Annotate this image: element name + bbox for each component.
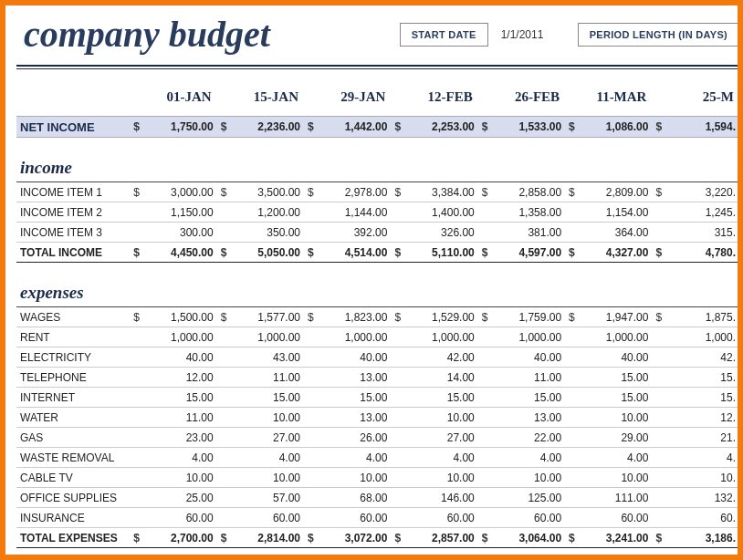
cell-value: 15. [664, 388, 738, 408]
cell-value: 4.00 [141, 448, 215, 468]
row-label: INTERNET [16, 388, 128, 408]
currency-symbol [563, 347, 577, 368]
col-header: 25-M [650, 86, 738, 117]
currency-symbol [389, 428, 403, 448]
cell-value: 1,500.00 [141, 307, 215, 327]
table-row: ELECTRICITY40.0043.0040.0042.0040.0040.0… [16, 347, 738, 368]
currency-symbol: $ [128, 117, 141, 138]
table-row: WATER11.0010.0013.0010.0013.0010.0012. [16, 408, 738, 428]
cell-value: 392.00 [316, 223, 390, 243]
cell-value: 350.00 [228, 223, 302, 243]
period-length-label[interactable]: PERIOD LENGTH (IN DAYS) [578, 23, 739, 47]
row-label: WASTE REMOVAL [16, 448, 128, 468]
currency-symbol [650, 347, 664, 368]
currency-symbol [650, 408, 664, 428]
cell-value: 1,577.00 [228, 307, 302, 327]
currency-symbol: $ [476, 243, 490, 263]
table-row: TELEPHONE12.0011.0013.0014.0011.0015.001… [16, 368, 738, 388]
cell-value: 2,253.00 [403, 117, 476, 138]
cell-value: 3,064.00 [489, 528, 563, 548]
cell-value: 10.00 [489, 468, 563, 488]
header-rule [16, 65, 738, 69]
cell-value: 1,750.00 [141, 117, 215, 138]
currency-symbol: $ [215, 182, 229, 202]
cell-value: 4,514.00 [316, 243, 390, 263]
cell-value: 22.00 [489, 428, 563, 448]
cell-value: 146.00 [403, 488, 476, 508]
cell-value: 40.00 [141, 347, 215, 368]
row-label: ELECTRICITY [16, 347, 128, 368]
cell-value: 3,384.00 [403, 182, 476, 202]
currency-symbol [389, 448, 403, 468]
cell-value: 1,400.00 [403, 202, 476, 223]
cell-value: 11.00 [228, 368, 302, 388]
currency-symbol [302, 428, 316, 448]
currency-symbol: $ [650, 117, 664, 138]
row-label: GAS [16, 428, 128, 448]
currency-symbol [563, 428, 577, 448]
currency-symbol: $ [650, 307, 664, 327]
currency-symbol [389, 368, 403, 388]
currency-symbol [128, 448, 141, 468]
currency-symbol [215, 347, 229, 368]
table-row: WAGES$1,500.00$1,577.00$1,823.00$1,529.0… [16, 307, 738, 327]
currency-symbol [563, 448, 577, 468]
cell-value: 1,823.00 [316, 307, 390, 327]
currency-symbol [215, 202, 229, 223]
cell-value: 42. [664, 347, 738, 368]
currency-symbol: $ [215, 307, 229, 327]
table-row: GAS23.0027.0026.0027.0022.0029.0021. [16, 428, 738, 448]
cell-value: 4. [664, 448, 738, 468]
col-header: 26-FEB [476, 86, 563, 117]
cell-value: 25.00 [141, 488, 215, 508]
currency-symbol: $ [389, 117, 403, 138]
table-row: INCOME ITEM 3300.00350.00392.00326.00381… [16, 223, 738, 243]
cell-value: 5,050.00 [228, 243, 302, 263]
currency-symbol [302, 347, 316, 368]
currency-symbol [650, 327, 664, 347]
cell-value: 4.00 [489, 448, 563, 468]
cell-value: 1,000.00 [403, 327, 476, 347]
currency-symbol [476, 327, 490, 347]
currency-symbol: $ [302, 182, 316, 202]
cell-value: 23.00 [141, 428, 215, 448]
cell-value: 13.00 [489, 408, 563, 428]
cell-value: 2,858.00 [489, 182, 563, 202]
cell-value: 40.00 [489, 347, 563, 368]
cell-value: 10.00 [316, 468, 390, 488]
cell-value: 15.00 [577, 368, 651, 388]
currency-symbol [128, 202, 141, 223]
currency-symbol [302, 388, 316, 408]
cell-value: 60.00 [489, 508, 563, 528]
currency-symbol [650, 428, 664, 448]
currency-symbol [215, 408, 229, 428]
cell-value: 40.00 [577, 347, 651, 368]
start-date-value[interactable]: 1/1/2011 [501, 28, 556, 41]
cell-value: 1,200.00 [228, 202, 302, 223]
table-row: OFFICE SUPPLIES25.0057.0068.00146.00125.… [16, 488, 738, 508]
cell-value: 1,144.00 [316, 202, 390, 223]
cell-value: 11.00 [141, 408, 215, 428]
table-row: INCOME ITEM 21,150.001,200.001,144.001,4… [16, 202, 738, 223]
cell-value: 1,947.00 [577, 307, 651, 327]
currency-symbol [215, 368, 229, 388]
currency-symbol [215, 388, 229, 408]
currency-symbol [128, 347, 141, 368]
currency-symbol: $ [302, 243, 316, 263]
col-header: 11-MAR [563, 86, 650, 117]
cell-value: 3,186. [664, 528, 738, 548]
currency-symbol: $ [650, 243, 664, 263]
cell-value: 4.00 [577, 448, 651, 468]
cell-value: 1,000.00 [316, 327, 390, 347]
currency-symbol [389, 223, 403, 243]
income-section-header: income [16, 138, 738, 182]
currency-symbol [476, 508, 490, 528]
currency-symbol [128, 368, 141, 388]
currency-symbol [389, 327, 403, 347]
cell-value: 1,875. [664, 307, 738, 327]
cell-value: 12.00 [141, 368, 215, 388]
currency-symbol: $ [563, 243, 577, 263]
currency-symbol [476, 488, 490, 508]
currency-symbol: $ [650, 528, 664, 548]
start-date-label[interactable]: START DATE [400, 23, 488, 47]
